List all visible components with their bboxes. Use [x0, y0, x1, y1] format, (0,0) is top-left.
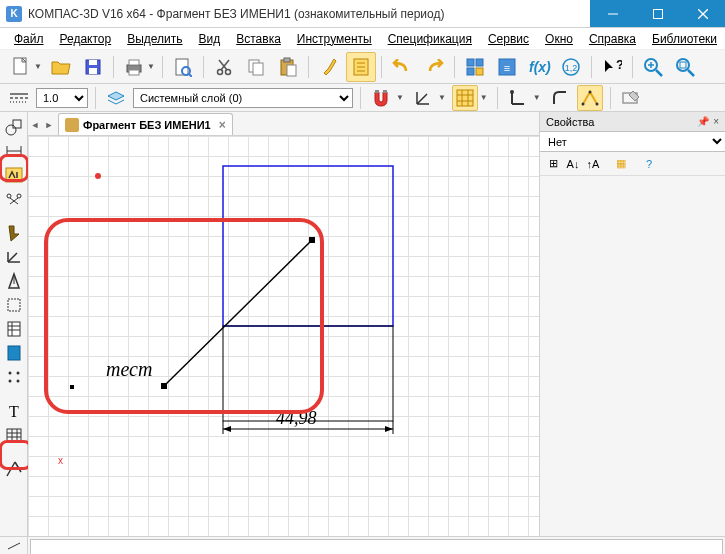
text-tool[interactable]: T: [3, 400, 25, 422]
aux-line-tool[interactable]: [3, 458, 25, 480]
line-style-button[interactable]: [6, 85, 32, 111]
variables-button[interactable]: ≡: [492, 52, 522, 82]
filter-icon[interactable]: ▦: [612, 155, 630, 173]
aux-tool-1[interactable]: [3, 539, 25, 553]
svg-line-93: [8, 543, 20, 549]
svg-text:T: T: [9, 403, 19, 420]
copy-button[interactable]: [241, 52, 271, 82]
layer-select[interactable]: Системный слой (0): [133, 88, 353, 108]
menu-spec[interactable]: Спецификация: [382, 30, 478, 48]
menu-tools[interactable]: Инструменты: [291, 30, 378, 48]
help-cursor-button[interactable]: ?: [597, 52, 627, 82]
pattern-tool[interactable]: [3, 366, 25, 388]
dimension-value[interactable]: 44,98: [276, 408, 317, 428]
rough-tool[interactable]: [3, 188, 25, 210]
drawing-canvas[interactable]: x тест 44,98: [28, 136, 539, 536]
measure-tool[interactable]: [3, 270, 25, 292]
cut-button[interactable]: [209, 52, 239, 82]
new-document-caret[interactable]: ▼: [34, 62, 44, 71]
line-endpoint-1[interactable]: [161, 383, 167, 389]
fx-button[interactable]: f(x): [524, 52, 554, 82]
help-icon[interactable]: ?: [640, 155, 658, 173]
save-button[interactable]: [78, 52, 108, 82]
svg-text:≡: ≡: [504, 62, 510, 74]
open-button[interactable]: [46, 52, 76, 82]
snap-caret[interactable]: ▼: [438, 93, 448, 102]
maximize-button[interactable]: [635, 0, 680, 27]
edit-mode-button[interactable]: [618, 85, 644, 111]
dimension-tool[interactable]: [3, 140, 25, 162]
window-title: КОМПАС-3D V16 x64 - Фрагмент БЕЗ ИМЕНИ1 …: [28, 7, 590, 21]
close-button[interactable]: [680, 0, 725, 27]
spec-tool[interactable]: [3, 318, 25, 340]
edit-tool[interactable]: [3, 222, 25, 244]
params-tool[interactable]: [3, 246, 25, 268]
undo-button[interactable]: [387, 52, 417, 82]
ortho-caret[interactable]: ▼: [533, 93, 543, 102]
panel-close-button[interactable]: ×: [713, 116, 719, 127]
layers-button[interactable]: [103, 85, 129, 111]
fragment-icon: [65, 118, 79, 132]
new-document-button[interactable]: [6, 52, 36, 82]
svg-rect-27: [467, 59, 474, 66]
svg-rect-49: [457, 90, 473, 106]
preview-button[interactable]: [168, 52, 198, 82]
main-toolbar: ▼ ▼ ≡ f(x) 1,2 ?: [0, 50, 725, 84]
brush-button[interactable]: [314, 52, 344, 82]
menu-libraries[interactable]: Библиотеки: [646, 30, 723, 48]
grid-caret[interactable]: ▼: [480, 93, 490, 102]
print-button[interactable]: [119, 52, 149, 82]
svg-rect-43: [680, 62, 686, 68]
paste-button[interactable]: [273, 52, 303, 82]
print-caret[interactable]: ▼: [147, 62, 157, 71]
menu-edit[interactable]: Редактор: [54, 30, 118, 48]
menu-file[interactable]: Файл: [8, 30, 50, 48]
properties-button[interactable]: [346, 52, 376, 82]
zoom-fit-button[interactable]: [670, 52, 700, 82]
table-tool[interactable]: [3, 424, 25, 446]
designation-tool[interactable]: [3, 164, 25, 186]
tab-close-button[interactable]: ×: [219, 118, 226, 132]
point-marker[interactable]: [70, 385, 74, 389]
document-tabs: ◄ ► Фрагмент БЕЗ ИМЕНИ1 ×: [28, 112, 539, 136]
menu-insert[interactable]: Вставка: [230, 30, 287, 48]
svg-point-57: [588, 90, 591, 93]
redo-button[interactable]: [419, 52, 449, 82]
graph-button[interactable]: 1,2: [556, 52, 586, 82]
zoom-in-button[interactable]: [638, 52, 668, 82]
param-mode-button[interactable]: [577, 85, 603, 111]
menu-help[interactable]: Справка: [583, 30, 642, 48]
svg-text:1,2: 1,2: [565, 63, 578, 73]
grid-button[interactable]: [452, 85, 478, 111]
drawn-line[interactable]: [164, 240, 312, 386]
snap-angle-button[interactable]: [410, 85, 436, 111]
svg-rect-29: [467, 68, 474, 75]
panel-pin-icon[interactable]: 📌: [697, 116, 709, 127]
menu-view[interactable]: Вид: [193, 30, 227, 48]
minimize-button[interactable]: [590, 0, 635, 27]
round-button[interactable]: [547, 85, 573, 111]
line-weight-select[interactable]: 1.0: [36, 88, 88, 108]
magnet-button[interactable]: [368, 85, 394, 111]
line-endpoint-2[interactable]: [309, 237, 315, 243]
svg-rect-19: [253, 63, 263, 75]
tab-active[interactable]: Фрагмент БЕЗ ИМЕНИ1 ×: [58, 113, 233, 135]
tab-prev-button[interactable]: ◄: [28, 115, 42, 135]
menu-service[interactable]: Сервис: [482, 30, 535, 48]
sort-za-button[interactable]: ↑A: [584, 155, 602, 173]
geometry-tool[interactable]: [3, 116, 25, 138]
properties-filter-select[interactable]: Нет: [540, 132, 725, 151]
text-annotation[interactable]: тест: [106, 358, 152, 380]
sort-category-icon[interactable]: ⊞: [544, 155, 562, 173]
report-tool[interactable]: [3, 342, 25, 364]
tab-next-button[interactable]: ►: [42, 115, 56, 135]
library-manager-button[interactable]: [460, 52, 490, 82]
menu-window[interactable]: Окно: [539, 30, 579, 48]
sort-az-button[interactable]: A↓: [564, 155, 582, 173]
drawn-rectangle[interactable]: [223, 326, 393, 421]
menu-select[interactable]: Выделить: [121, 30, 188, 48]
command-panel[interactable]: [30, 539, 723, 554]
select-tool[interactable]: [3, 294, 25, 316]
magnet-caret[interactable]: ▼: [396, 93, 406, 102]
ortho-button[interactable]: [505, 85, 531, 111]
